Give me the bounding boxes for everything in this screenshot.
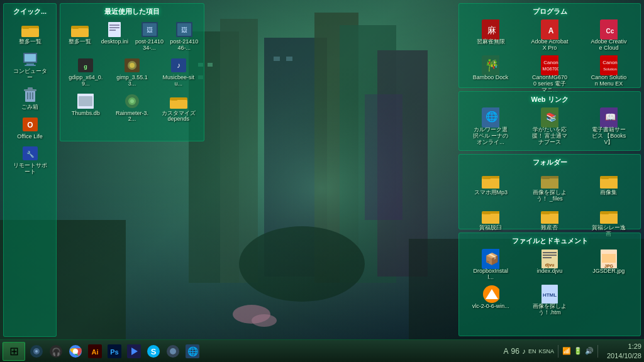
weblink-item-3[interactable]: 📖 電子書籍サービス 【BooksV】 — [580, 107, 637, 147]
prog-canon2[interactable]: CanonSolution Canon Solution Menu EX — [580, 55, 637, 95]
taskbar-media-icon[interactable] — [28, 343, 45, 360]
tray-separator2 — [597, 345, 598, 358]
prog-acrobat[interactable]: A Adobe Acrobat X Pro — [521, 19, 578, 53]
svg-text:S: S — [151, 347, 157, 356]
taskbar-illustrator-icon[interactable]: Ai — [86, 343, 104, 360]
recent-item-10[interactable]: カスタマイズ depends — [156, 91, 201, 124]
svg-rect-12 — [286, 57, 292, 61]
svg-text:Cc: Cc — [606, 28, 614, 35]
quick-access-panel: クイック... 整多一覧 コンピューター ごみ箱 O Office Life — [3, 3, 57, 337]
recent-item-4[interactable]: 🖼 post-2141046-... — [168, 19, 201, 53]
recent-items-panel: 最近使用した項目 整多一覧 desktop.ini 🖼 post-2141034… — [60, 3, 204, 141]
svg-rect-100 — [600, 214, 618, 224]
tray-icon-96: 96 — [511, 347, 519, 356]
recent-item-1[interactable]: 整多一覧 — [64, 19, 96, 53]
svg-text:O: O — [27, 121, 33, 129]
svg-rect-40 — [109, 25, 119, 26]
svg-point-60 — [130, 99, 134, 103]
windows-icon: ⊞ — [9, 344, 19, 358]
recent-item-6[interactable]: gimp_3.55.13... — [110, 55, 155, 89]
file-item-dropbox[interactable]: 📦 DropboxInstall... — [462, 249, 519, 282]
clock-date: 2014/10/28 — [607, 351, 641, 360]
weblink-item-1[interactable]: 🌐 カルワーク選択ベル ーナのオンライ... — [462, 107, 519, 147]
files-documents-panel: ファイルとドキュメント 📦 DropboxInstall... djvu ind… — [458, 233, 641, 336]
weblinks-panel-title: Web リンク — [462, 95, 637, 104]
svg-rect-57 — [79, 96, 92, 106]
recent-item-2[interactable]: desktop.ini — [98, 19, 131, 53]
taskbar-network-icon[interactable]: 🌐 — [184, 343, 201, 360]
svg-text:g: g — [84, 63, 88, 70]
file-item-vlc[interactable]: vlc-2-0-6-win... — [462, 284, 519, 317]
svg-text:📚: 📚 — [546, 112, 557, 123]
recent-item-3[interactable]: 🖼 post-2141034-... — [133, 19, 166, 53]
quick-item-label: リモートサポート — [11, 163, 49, 175]
svg-rect-62 — [170, 100, 187, 109]
system-clock[interactable]: 1:29 2014/10/28 — [607, 342, 641, 360]
taskbar-chrome-icon[interactable] — [67, 343, 84, 360]
prog-creative-cloud[interactable]: Cc Adobe Creative Cloud — [580, 19, 637, 53]
folders-panel: フォルダー スマホ用Mp3 画像を探しよう！ _files 画像集 賀福脱臼 難… — [458, 154, 641, 229]
recent-item-7[interactable]: ♪ Musicbee-situ... — [156, 55, 201, 89]
svg-text:HTML: HTML — [543, 292, 557, 298]
svg-text:🌐: 🌐 — [187, 346, 199, 357]
svg-rect-89 — [542, 176, 550, 179]
recent-item-5[interactable]: g gdipp_x64_0.9... — [64, 55, 108, 89]
svg-rect-38 — [72, 26, 79, 29]
file-item-jpg[interactable]: JPG JGSDER.jpg — [580, 249, 637, 282]
files-panel-title: ファイルとドキュメント — [462, 236, 637, 246]
prog-canon1[interactable]: CanonMG6700 CanonMG6700 series 電子マニ... — [521, 55, 578, 95]
taskbar-audio-icon[interactable]: 🎧 — [47, 343, 65, 360]
svg-text:A: A — [548, 26, 554, 35]
start-button[interactable]: ⊞ — [3, 342, 25, 361]
folder-item-1[interactable]: スマホ用Mp3 — [462, 170, 519, 204]
svg-rect-95 — [483, 211, 491, 214]
svg-text:djvu: djvu — [545, 263, 554, 268]
file-item-htm[interactable]: HTML 画像を探しよう！.htm — [521, 284, 579, 317]
svg-rect-88 — [541, 178, 558, 189]
prog-bamboo[interactable]: 🎋 Bamboo Dock — [462, 55, 519, 95]
svg-point-16 — [239, 226, 365, 302]
recent-item-9[interactable]: Rainmeter-3.2... — [110, 91, 155, 124]
recent-panel-title: 最近使用した項目 — [64, 7, 201, 16]
svg-text:Canon: Canon — [543, 60, 558, 65]
svg-rect-63 — [171, 97, 177, 101]
svg-rect-98 — [542, 211, 550, 214]
tray-icon-music[interactable]: ♪ — [522, 347, 526, 356]
quick-item-office[interactable]: O Office Life — [7, 114, 53, 141]
svg-rect-75 — [600, 55, 618, 75]
svg-rect-20 — [21, 28, 39, 37]
file-item-djvu[interactable]: djvu index.djvu — [521, 249, 579, 282]
recent-item-8[interactable]: Thumbs.db — [64, 91, 108, 124]
tray-icon-a[interactable]: A — [504, 347, 509, 356]
svg-rect-25 — [25, 65, 36, 66]
svg-rect-106 — [543, 255, 557, 256]
svg-text:Canon: Canon — [602, 60, 618, 65]
svg-rect-13 — [365, 94, 402, 220]
programs-panel: プログラム 麻 習麻雀無限 A Adobe Acrobat X Pro Cc A… — [458, 3, 641, 88]
prog-mahjong[interactable]: 麻 習麻雀無限 — [462, 19, 519, 53]
taskbar-skype-icon[interactable]: S — [145, 343, 162, 360]
folder-item-2[interactable]: 画像を探しよう！ _files — [521, 170, 579, 204]
quick-item-computer[interactable]: コンピューター — [7, 49, 53, 82]
svg-rect-101 — [601, 211, 609, 214]
weblink-item-2[interactable]: 📚 学がたいを応援！ 富士通マナブース — [521, 107, 578, 147]
quick-panel-title: クイック... — [7, 7, 53, 16]
taskbar-photoshop-icon[interactable]: Ps — [106, 343, 123, 360]
taskbar-pinned-apps: 🎧 Ai Ps S — [28, 343, 201, 360]
folder-item-3[interactable]: 画像集 — [580, 170, 637, 204]
svg-rect-105 — [543, 252, 557, 253]
quick-item-folder[interactable]: 整多一覧 — [7, 19, 53, 47]
svg-rect-97 — [541, 214, 558, 224]
svg-rect-110 — [602, 254, 616, 263]
svg-text:Ai: Ai — [92, 348, 99, 356]
svg-text:🎧: 🎧 — [52, 347, 61, 356]
taskbar-app1-icon[interactable] — [164, 343, 182, 360]
quick-item-trash[interactable]: ごみ箱 — [7, 85, 53, 112]
quick-item-support[interactable]: 🔧 リモートサポート — [7, 143, 53, 177]
quick-item-label: 整多一覧 — [19, 39, 42, 45]
svg-text:📦: 📦 — [485, 252, 499, 266]
taskbar-mediaplayer-icon[interactable] — [125, 343, 143, 360]
svg-point-133 — [170, 348, 176, 354]
svg-rect-72 — [541, 55, 558, 75]
tray-icon-ksna: KSNA — [538, 348, 554, 354]
